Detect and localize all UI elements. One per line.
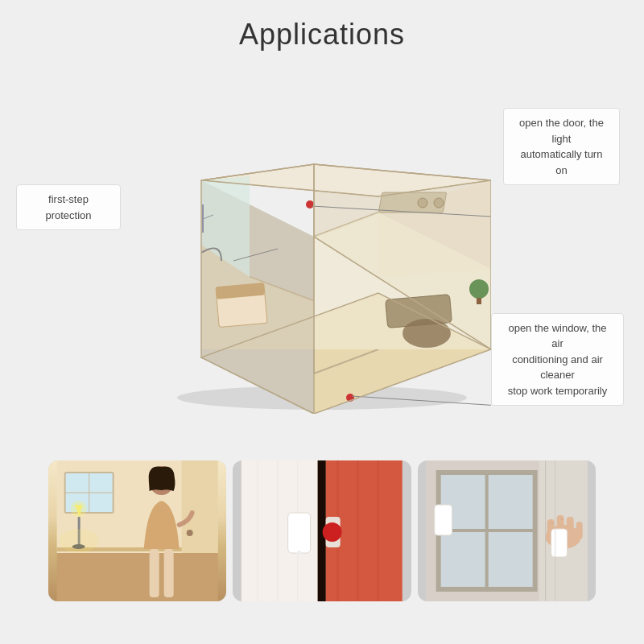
svg-point-24 [306, 200, 314, 208]
photo-door-sensor [233, 460, 411, 601]
svg-rect-71 [434, 505, 452, 535]
page-container: Applications first-step protection open … [0, 0, 644, 644]
svg-point-15 [418, 198, 427, 208]
svg-point-16 [434, 198, 444, 208]
svg-point-20 [469, 279, 489, 299]
svg-point-19 [402, 319, 451, 348]
callout-top-right: open the door, the lightautomatically tu… [503, 108, 620, 185]
callout-bottom-right: open the window, the airconditioning and… [491, 313, 624, 407]
page-title: Applications [239, 18, 405, 52]
svg-rect-47 [164, 549, 174, 597]
svg-point-43 [71, 501, 87, 517]
svg-rect-77 [551, 529, 567, 557]
svg-point-63 [323, 522, 342, 542]
photo-window-sensor [418, 460, 596, 601]
svg-rect-60 [288, 513, 311, 553]
svg-rect-36 [182, 460, 218, 553]
main-diagram-area: first-step protection open the door, the… [0, 60, 644, 454]
svg-point-44 [59, 529, 99, 553]
callout-left: first-step protection [16, 184, 121, 230]
photos-row [48, 460, 596, 601]
floor-plan-diagram [153, 100, 491, 414]
photo-living-room [48, 460, 226, 601]
svg-rect-46 [150, 549, 159, 597]
svg-point-48 [187, 530, 193, 536]
svg-point-61 [297, 551, 302, 555]
svg-rect-33 [57, 549, 218, 601]
svg-rect-76 [576, 522, 582, 539]
svg-rect-21 [477, 298, 481, 304]
